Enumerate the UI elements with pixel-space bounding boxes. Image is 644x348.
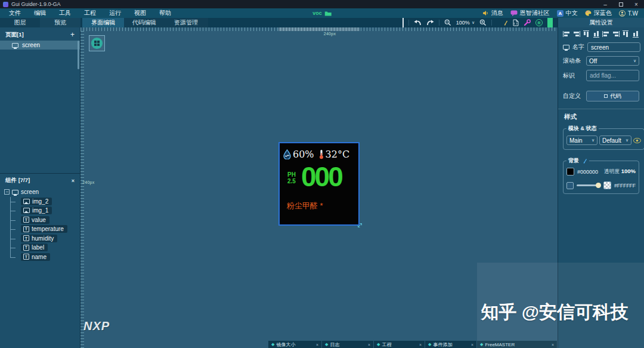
- code-file-icon: [513, 19, 519, 26]
- resize-handle[interactable]: [357, 223, 363, 228]
- name-row: 名字: [563, 42, 639, 52]
- name-input[interactable]: [587, 42, 640, 52]
- align-top-icon[interactable]: [583, 30, 589, 38]
- messages-button[interactable]: 消息: [482, 9, 503, 17]
- diamond-icon: ◆: [428, 342, 431, 347]
- align-center-h-icon[interactable]: [602, 31, 609, 37]
- dock-tab-freemaster[interactable]: ◆ FreeMASTER ×: [477, 341, 558, 348]
- run-simulator-button[interactable]: R: [535, 19, 543, 26]
- redo-button[interactable]: [426, 20, 434, 26]
- user-account-button[interactable]: T.W: [619, 10, 638, 17]
- vertical-ruler: [80, 31, 84, 348]
- close-icon[interactable]: ×: [552, 343, 554, 347]
- dock-tab-log[interactable]: ◆ 日志 ×: [322, 341, 374, 348]
- generate-code-button[interactable]: [513, 19, 519, 26]
- slider-knob[interactable]: [596, 183, 601, 188]
- menu-help[interactable]: 帮助: [153, 8, 178, 18]
- flag-input[interactable]: [586, 70, 639, 81]
- module-select[interactable]: Main ∨: [566, 135, 597, 145]
- bg-gradient-row: #FFFFFF: [566, 181, 636, 189]
- env-readout-row: 60% 32°C: [283, 149, 349, 160]
- play-button[interactable]: [547, 17, 553, 28]
- module-state-group: 模块 & 状态 Main ∨ Default ∨: [563, 125, 644, 150]
- align-right-icon[interactable]: [573, 31, 580, 37]
- bottom-dock-bar: ◆ 镜像大小 × ◆ 日志 × ◆ 工程 × ◆ 事件添加 × ◆ FreeMA…: [268, 340, 558, 348]
- pages-scrollbar[interactable]: [78, 41, 79, 69]
- language-button[interactable]: A 中文: [557, 9, 578, 17]
- close-icon[interactable]: ×: [316, 343, 318, 347]
- distribute-v-icon[interactable]: [633, 30, 639, 38]
- close-icon[interactable]: ×: [72, 178, 75, 184]
- dock-tab-project[interactable]: ◆ 工程 ×: [374, 341, 425, 348]
- menu-file[interactable]: 文件: [2, 8, 27, 18]
- screen-widget-preview[interactable]: 60% 32°C PH 2.5 000 粉尘甲醛 *: [278, 142, 360, 226]
- ruler-highlight: [278, 27, 360, 31]
- close-icon[interactable]: ×: [368, 343, 370, 347]
- undo-icon: [414, 20, 422, 26]
- widget-tree: − screen img_2 img_1 Tvalue Ttemperature: [0, 186, 80, 261]
- page-item-screen[interactable]: screen: [0, 41, 80, 50]
- design-canvas[interactable]: 240px 240px 60% 32°C PH 2.5 000 粉尘甲醛 * N…: [80, 27, 558, 348]
- paste-button[interactable]: [401, 17, 404, 28]
- undo-button[interactable]: [414, 20, 422, 26]
- tree-item-img1[interactable]: img_1: [4, 206, 80, 215]
- theme-button[interactable]: 深蓝色: [585, 9, 612, 17]
- menu-run[interactable]: 运行: [103, 8, 128, 18]
- state-select[interactable]: Default ∨: [599, 135, 631, 145]
- menu-tools[interactable]: 工具: [52, 8, 78, 18]
- tree-item-img2[interactable]: img_2: [4, 197, 80, 207]
- gradient-toggle-swatch[interactable]: [566, 182, 574, 189]
- collapse-icon[interactable]: −: [4, 189, 10, 195]
- visibility-toggle[interactable]: [633, 138, 641, 143]
- code-button[interactable]: 代码: [586, 91, 639, 101]
- tree-item-humidity[interactable]: Thumidity: [4, 234, 80, 244]
- zoom-level-dropdown[interactable]: 100% ∨: [456, 20, 475, 26]
- align-left-icon[interactable]: [563, 31, 570, 37]
- distribute-h-icon[interactable]: [623, 30, 628, 38]
- tab-layers[interactable]: 图层: [0, 18, 40, 27]
- widgets-grid-icon: [91, 38, 103, 49]
- menu-view[interactable]: 视图: [128, 8, 153, 18]
- tree-item-screen[interactable]: − screen: [4, 187, 80, 197]
- tab-code-edit[interactable]: 代码编辑: [124, 18, 164, 27]
- align-center-v-icon[interactable]: [612, 31, 620, 37]
- user-avatar-icon: [619, 10, 626, 17]
- tree-connector: [4, 224, 18, 234]
- bg-color-hex: #000000: [577, 169, 598, 175]
- nxp-logo: NXP: [83, 319, 110, 333]
- widget-toolbox-button[interactable]: [89, 35, 105, 51]
- gradient-slider[interactable]: [577, 184, 600, 186]
- r-circle-icon: R: [535, 19, 543, 26]
- custom-label: 自定义: [563, 92, 581, 100]
- properties-panel-title: 属性设置: [558, 18, 644, 27]
- tree-item-temperature[interactable]: Ttemperature: [4, 224, 80, 234]
- close-icon[interactable]: ×: [419, 343, 422, 347]
- community-button[interactable]: 恩智浦社区: [510, 9, 550, 17]
- tree-item-value[interactable]: Tvalue: [4, 215, 80, 225]
- menu-project[interactable]: 工程: [78, 8, 103, 18]
- clean-button[interactable]: [501, 20, 508, 26]
- tree-item-label[interactable]: Tlabel: [4, 243, 80, 252]
- copy-button[interactable]: [394, 17, 396, 28]
- bg-color-swatch[interactable]: [566, 168, 574, 175]
- align-bottom-icon[interactable]: [593, 30, 599, 38]
- scrollbar-select[interactable]: Off ∨: [586, 56, 639, 66]
- close-icon[interactable]: ×: [471, 343, 473, 347]
- build-button[interactable]: [524, 19, 531, 26]
- tab-ui-edit[interactable]: 界面编辑: [82, 18, 124, 27]
- dock-tab-mirror-size[interactable]: ◆ 镜像大小 ×: [268, 341, 322, 348]
- maximize-button[interactable]: [613, 0, 628, 8]
- tab-preview[interactable]: 预览: [40, 18, 80, 27]
- chevron-down-icon: ∨: [592, 138, 595, 143]
- minimize-button[interactable]: –: [597, 0, 613, 8]
- add-page-button[interactable]: +: [70, 30, 75, 39]
- dock-tab-events[interactable]: ◆ 事件添加 ×: [425, 341, 477, 348]
- zoom-in-button[interactable]: [479, 19, 487, 26]
- menu-edit[interactable]: 编辑: [27, 8, 52, 18]
- close-button[interactable]: ×: [628, 0, 644, 8]
- gradient-color-swatch[interactable]: [603, 181, 611, 189]
- menu-bar: 文件 编辑 工具 工程 运行 视图 帮助 voc 消息 恩智浦社区 A 中文 深…: [0, 8, 644, 18]
- zoom-out-button[interactable]: [444, 19, 451, 26]
- tab-resources[interactable]: 资源管理: [164, 18, 208, 27]
- tree-item-name[interactable]: Tname: [4, 252, 80, 262]
